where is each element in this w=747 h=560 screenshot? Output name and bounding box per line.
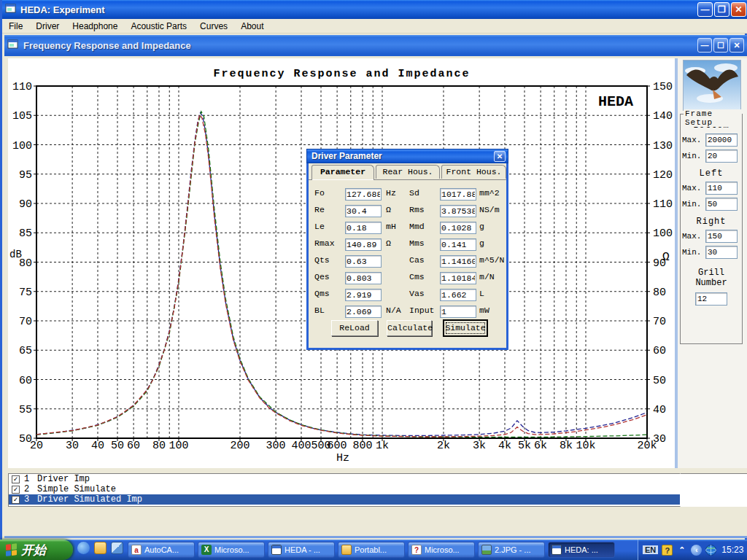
y-tick-label-right: 150 xyxy=(653,81,673,93)
field-input-cas[interactable] xyxy=(440,255,476,268)
field-input-mmd[interactable] xyxy=(440,222,476,234)
y-tick-label-right: 40 xyxy=(653,404,666,416)
field-input-qms[interactable] xyxy=(345,289,382,301)
y-tick-label-left: 110 xyxy=(12,81,32,93)
field-input-input[interactable] xyxy=(440,306,476,318)
minimize-button[interactable]: — xyxy=(697,2,713,17)
left-min-input[interactable] xyxy=(705,198,738,211)
tab-rear-hous[interactable]: Rear Hous. xyxy=(376,165,440,179)
menu-item-driver[interactable]: Driver xyxy=(29,20,66,33)
clock[interactable]: 15:23 xyxy=(721,545,743,555)
tab-front-hous[interactable]: Front Hous. xyxy=(441,165,506,179)
field-input-rmax[interactable] xyxy=(345,238,382,251)
frame-setup-left-min-row: Min. xyxy=(682,198,740,211)
field-input-sd[interactable] xyxy=(440,188,476,201)
x-tick-label: 2k xyxy=(437,440,450,452)
taskbar-button-label: Microso... xyxy=(425,545,460,554)
field-input-rms[interactable] xyxy=(440,205,476,217)
grill-number-input[interactable] xyxy=(695,292,727,306)
y-tick-label-left: 50 xyxy=(19,433,32,446)
frame-setup-bottom-max-row: Max. xyxy=(682,133,740,147)
menu-item-acoustic-parts[interactable]: Acoustic Parts xyxy=(124,20,193,33)
field-label-bl: BL xyxy=(314,306,344,315)
y-tick-label-right: 110 xyxy=(653,198,673,211)
x-tick-label: 4k xyxy=(498,440,511,452)
close-button[interactable]: ✕ xyxy=(731,2,746,17)
calculate-button[interactable]: Calculate xyxy=(387,320,432,336)
max-label: Max. xyxy=(682,136,705,144)
menu-item-curves[interactable]: Curves xyxy=(193,20,234,33)
frame-setup-legend: Frame Setup xyxy=(684,109,742,127)
taskbar-button-1[interactable]: aAutoCA... xyxy=(128,542,195,558)
field-input-qts[interactable] xyxy=(345,255,382,268)
collapse-tray-icon[interactable]: ⌃ xyxy=(676,545,687,556)
field-label-mmd: Mmd xyxy=(409,222,438,231)
reload-button[interactable]: ReLoad xyxy=(331,320,378,336)
field-input-mms[interactable] xyxy=(440,238,476,251)
chart-title: Frequency Response and Impedance xyxy=(213,68,470,80)
back-tray-icon[interactable]: ‹ xyxy=(691,545,702,556)
legend-number: 3 xyxy=(24,494,37,505)
legend-checkbox-1[interactable]: ✓ xyxy=(12,475,20,483)
field-input-qes[interactable] xyxy=(345,272,382,284)
frame-setup-right-max-row: Max. xyxy=(682,230,740,243)
child-close-button[interactable]: ✕ xyxy=(729,38,744,52)
field-input-bl[interactable] xyxy=(345,306,382,318)
heda-icon xyxy=(271,545,282,555)
bottom-max-input[interactable] xyxy=(705,133,738,147)
x-tick-label: 800 xyxy=(352,440,372,452)
app-title: HEDA: Experiment xyxy=(20,4,105,15)
autocad-icon: a xyxy=(131,545,142,555)
field-input-vas[interactable] xyxy=(440,289,476,301)
frame-setup-bottom-min-row: Min. xyxy=(682,149,740,163)
dialog-close-button[interactable]: ✕ xyxy=(494,151,506,162)
field-label-re: Re xyxy=(314,205,344,214)
menu-item-about[interactable]: About xyxy=(234,20,270,33)
start-button[interactable]: 开始 xyxy=(0,540,73,560)
field-input-cms[interactable] xyxy=(440,272,476,284)
folder-icon[interactable] xyxy=(94,542,107,554)
x-tick-label: 80 xyxy=(152,440,166,452)
taskbar-button-label: Microso... xyxy=(214,545,249,554)
left-max-input[interactable] xyxy=(705,182,738,195)
taskbar-button-3[interactable]: HEDA - ... xyxy=(268,542,335,558)
heda-icon xyxy=(551,545,562,555)
eagle-image xyxy=(683,60,741,111)
restore-button[interactable]: ❐ xyxy=(714,2,729,17)
bottom-min-input[interactable] xyxy=(705,149,738,163)
simulate-button[interactable]: Simulate xyxy=(444,320,487,336)
y-tick-label-left: 60 xyxy=(19,375,32,387)
menu-item-headphone[interactable]: Headphone xyxy=(66,20,124,33)
taskbar-button-6[interactable]: 2.JPG - ... xyxy=(478,542,545,558)
field-unit-mms: g xyxy=(479,238,508,248)
field-input-le[interactable] xyxy=(345,222,382,234)
child-maximize-button[interactable]: ☐ xyxy=(713,38,728,52)
y-axis-label-right: Ω xyxy=(662,251,670,264)
network-tray-icon[interactable] xyxy=(705,545,716,556)
child-minimize-button[interactable]: — xyxy=(697,38,712,52)
menu-bar: FileDriverHeadphoneAcoustic PartsCurvesA… xyxy=(2,19,747,34)
legend-checkbox-2[interactable]: ✓ xyxy=(12,486,20,494)
show-desktop-icon[interactable] xyxy=(111,542,123,554)
right-min-input[interactable] xyxy=(705,246,738,259)
taskbar-button-2[interactable]: XMicroso... xyxy=(198,542,265,558)
legend-row-2[interactable]: ✓2Simple Simulate xyxy=(9,484,680,494)
language-indicator[interactable]: EN xyxy=(643,545,658,554)
taskbar-button-5[interactable]: ?Microso... xyxy=(408,542,475,558)
menu-item-file[interactable]: File xyxy=(2,20,29,33)
help-tray-icon[interactable]: ? xyxy=(662,545,673,556)
y-tick-label-left: 100 xyxy=(12,140,32,152)
ie-icon[interactable] xyxy=(77,542,90,554)
legend-row-1[interactable]: ✓1Driver Imp xyxy=(9,474,680,484)
taskbar-button-label: HEDA - ... xyxy=(285,545,320,554)
taskbar-button-4[interactable]: Portabl... xyxy=(338,542,405,558)
frame-setup-left-label: Left xyxy=(681,168,742,179)
field-input-fo[interactable] xyxy=(345,188,382,201)
doc-icon: ? xyxy=(411,545,422,555)
legend-checkbox-3[interactable]: ✓ xyxy=(12,496,20,504)
taskbar-button-7[interactable]: HEDA: ... xyxy=(548,542,615,558)
right-max-input[interactable] xyxy=(705,230,738,243)
tab-parameter[interactable]: Parameter xyxy=(311,165,374,180)
field-input-re[interactable] xyxy=(345,205,382,217)
legend-row-3[interactable]: ✓3Driver Simulated Imp xyxy=(9,494,680,505)
